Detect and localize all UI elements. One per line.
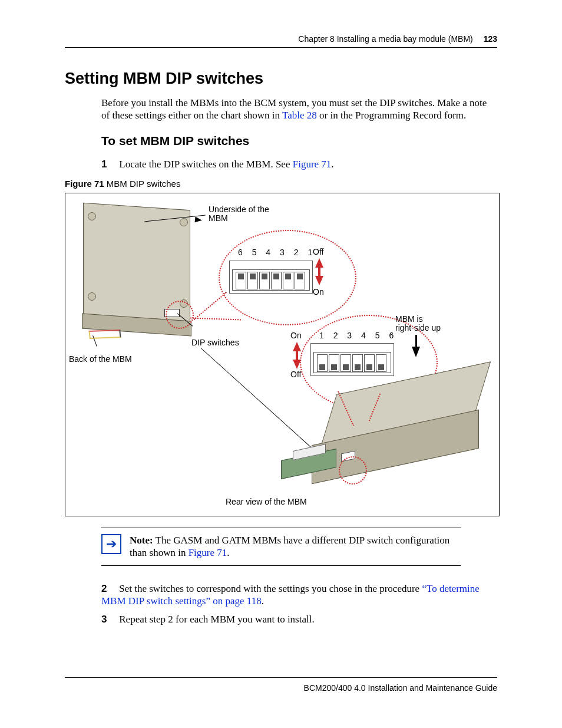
- note-icon: ➔: [101, 534, 121, 554]
- label-underside: Underside of the MBM: [209, 205, 269, 223]
- label-off1: Off: [313, 248, 323, 256]
- note-text-a: The GASM and GATM MBMs have a different …: [130, 535, 449, 558]
- step-3-number: 3: [101, 614, 117, 625]
- step-2: 2 Set the switches to correspond with th…: [101, 582, 497, 608]
- heading-2: To set MBM DIP switches: [101, 134, 249, 148]
- label-mbm-right-side-up: MBM is right-side up: [395, 315, 441, 333]
- figure-title: MBM DIP switches: [104, 179, 181, 189]
- figure-71: Underside of the MBM 6 5 4 3 2 1 Off On …: [65, 193, 500, 516]
- header-rule: [65, 47, 497, 48]
- footer-rule: [65, 677, 497, 678]
- note-block: ➔ Note: The GASM and GATM MBMs have a di…: [101, 528, 461, 566]
- intro-text-b: or in the Programming Record form.: [317, 110, 467, 121]
- step-1-text-a: Locate the DIP switches on the MBM. See: [119, 159, 292, 170]
- label-nums-desc: 6 5 4 3 2 1: [238, 248, 316, 257]
- dip-highlight-rear: [339, 456, 367, 485]
- page-number: 123: [484, 34, 497, 44]
- step-2-number: 2: [101, 582, 117, 595]
- heading-1: Setting MBM DIP switches: [65, 70, 263, 88]
- link-figure-71-b[interactable]: Figure 71: [189, 547, 227, 558]
- footer-text: BCM200/400 4.0 Installation and Maintena…: [304, 683, 497, 693]
- running-header: Chapter 8 Installing a media bay module …: [298, 34, 497, 44]
- note-bold: Note:: [130, 535, 153, 546]
- label-on1: On: [313, 288, 324, 297]
- note-text-b: .: [227, 547, 229, 558]
- arrow-stem-1: [318, 266, 320, 276]
- chapter-title: Chapter 8 Installing a media bay module …: [298, 34, 472, 44]
- arrow-right-icon: ➔: [106, 538, 117, 551]
- mbm-rear-illustration: [279, 357, 491, 498]
- black-arrow-stem: [415, 335, 417, 348]
- step-2-text-b: .: [262, 595, 264, 607]
- label-rear-view: Rear view of the MBM: [226, 498, 307, 506]
- step-2-text-a: Set the switches to correspond with the …: [119, 583, 422, 594]
- link-figure-71-a[interactable]: Figure 71: [293, 159, 332, 170]
- label-back: Back of the MBM: [69, 355, 132, 364]
- label-dip-switches: DIP switches: [191, 338, 239, 347]
- black-arrow-down-icon: [412, 347, 420, 357]
- arrow-down-red-1: [315, 276, 323, 285]
- note-rule-bottom: [101, 565, 461, 566]
- step-1-text-b: .: [331, 159, 333, 170]
- step-3-text: Repeat step 2 for each MBM you want to i…: [119, 614, 314, 625]
- note-text: Note: The GASM and GATM MBMs have a diff…: [130, 534, 461, 559]
- step-3: 3 Repeat step 2 for each MBM you want to…: [101, 614, 497, 625]
- figure-caption: Figure 71 MBM DIP switches: [65, 179, 180, 189]
- intro-paragraph: Before you install the MBMs into the BCM…: [101, 97, 497, 122]
- label-nums-asc: 1 2 3 4 5 6: [319, 331, 397, 340]
- figure-number: Figure 71: [65, 179, 104, 189]
- step-1-number: 1: [101, 159, 117, 170]
- label-on2: On: [290, 331, 302, 340]
- step-1: 1 Locate the DIP switches on the MBM. Se…: [101, 159, 497, 170]
- dip-zoom-desc: [229, 261, 313, 294]
- link-table-28[interactable]: Table 28: [282, 110, 317, 121]
